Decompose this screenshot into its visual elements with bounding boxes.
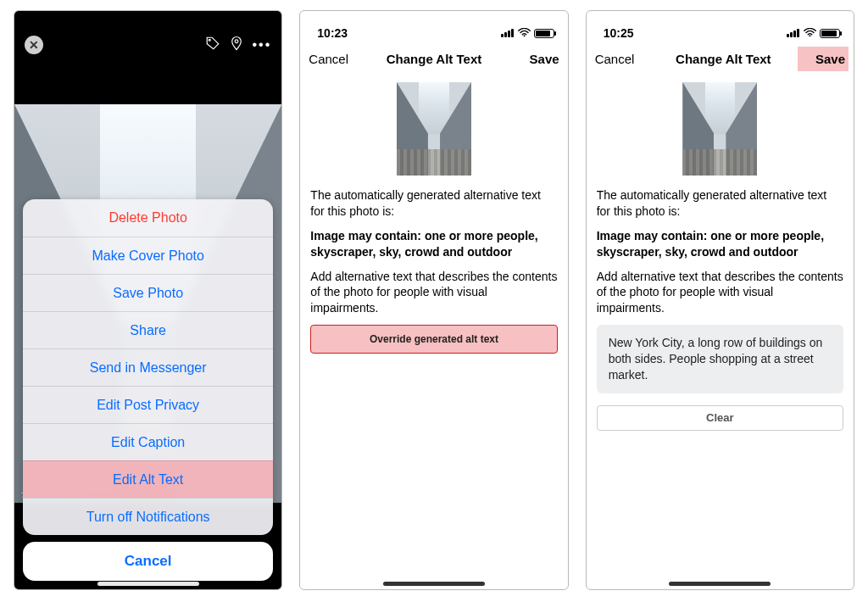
signal-icon [501, 29, 515, 37]
battery-icon [820, 29, 840, 38]
nav-title: Change Alt Text [387, 52, 482, 66]
auto-alt-text: Image may contain: one or more people, s… [310, 228, 557, 260]
nav-title: Change Alt Text [676, 52, 771, 66]
home-indicator [383, 582, 485, 586]
auto-alt-intro: The automatically generated alternative … [310, 187, 557, 220]
svg-point-2 [523, 35, 525, 36]
auto-alt-text: Image may contain: one or more people, s… [597, 228, 843, 260]
status-time: 10:25 [604, 26, 634, 40]
status-bar: 10:25 [587, 11, 854, 42]
action-sheet-item[interactable]: Delete Photo [23, 199, 273, 237]
location-icon[interactable] [229, 36, 244, 54]
battery-icon [534, 29, 554, 38]
nav-bar: Cancel Change Alt Text Save [587, 42, 854, 75]
wifi-icon [518, 26, 531, 40]
photo-thumbnail [682, 82, 757, 176]
action-sheet-item[interactable]: Edit Alt Text [23, 460, 273, 498]
action-sheet-item[interactable]: Make Cover Photo [23, 237, 273, 274]
more-icon[interactable]: ••• [253, 37, 272, 53]
save-button[interactable]: Save [509, 52, 559, 66]
alt-instruction: Add alternative text that describes the … [597, 269, 843, 317]
home-indicator [669, 582, 771, 586]
cancel-button[interactable]: Cancel [595, 52, 646, 66]
action-sheet-item[interactable]: Send in Messenger [23, 348, 273, 386]
action-sheet-item[interactable]: Edit Post Privacy [23, 386, 273, 423]
photo-thumbnail [397, 82, 471, 176]
signal-icon [787, 29, 800, 37]
auto-alt-intro: The automatically generated alternative … [597, 187, 843, 220]
cancel-button[interactable]: Cancel [309, 52, 359, 66]
action-sheet-item[interactable]: Save Photo [23, 274, 273, 311]
action-sheet-item[interactable]: Turn off Notifications [23, 498, 273, 535]
phone-alt-text-prompt: 10:23 Cancel Change Alt Text Save The au… [299, 10, 568, 590]
clear-button[interactable]: Clear [597, 405, 843, 431]
status-bar: 10:23 [300, 11, 567, 42]
action-sheet-item[interactable]: Edit Caption [23, 423, 273, 460]
svg-point-3 [810, 35, 811, 36]
status-time: 10:23 [317, 26, 348, 40]
phone-alt-text-editing: 10:25 Cancel Change Alt Text Save The au… [586, 10, 854, 590]
action-sheet-cancel[interactable]: Cancel [23, 542, 273, 581]
alt-instruction: Add alternative text that describes the … [310, 269, 557, 317]
alt-text-input[interactable]: New York City, a long row of buildings o… [597, 325, 843, 393]
svg-point-1 [235, 40, 238, 43]
phone-action-sheet: ✕ ••• 7 MINUTES AGO Delete PhotoMake Cov… [14, 10, 282, 590]
action-sheet-item[interactable]: Share [23, 311, 273, 348]
nav-bar: Cancel Change Alt Text Save [300, 42, 567, 75]
action-sheet: Delete PhotoMake Cover PhotoSave PhotoSh… [23, 199, 273, 581]
svg-point-0 [209, 39, 210, 41]
home-indicator [97, 582, 199, 586]
close-icon[interactable]: ✕ [25, 36, 43, 54]
override-alt-text-button[interactable]: Override generated alt text [310, 325, 557, 354]
save-button[interactable]: Save [798, 47, 849, 71]
tag-icon[interactable] [205, 36, 220, 54]
wifi-icon [804, 26, 816, 40]
